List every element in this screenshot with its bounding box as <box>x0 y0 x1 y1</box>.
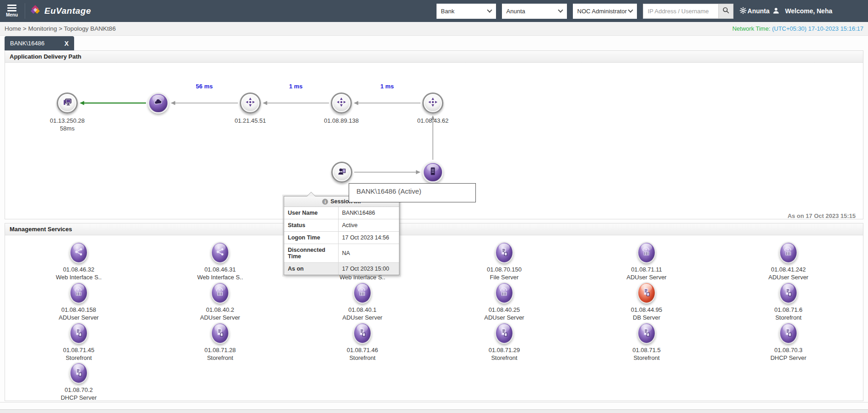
service-label: 01.08.46.32Web Interface S.. <box>56 266 102 281</box>
topo-node-delivery-server[interactable] <box>422 162 443 183</box>
chevron-down-icon <box>487 7 492 12</box>
service-node[interactable]: 01.08.71.45Storefront <box>28 322 129 362</box>
web-interface-icon <box>70 242 88 263</box>
router-icon <box>428 97 438 109</box>
topo-node-session[interactable] <box>331 162 352 183</box>
service-node[interactable]: 01.08.40.2ADUser Server <box>170 282 270 321</box>
aduser-server-icon <box>211 282 229 304</box>
aduser-server-icon <box>353 282 372 304</box>
service-node[interactable]: 01.08.40.158ADUser Server <box>28 282 129 321</box>
entity-select-value: Bank <box>441 8 455 15</box>
db-server-icon <box>637 282 656 304</box>
service-node[interactable]: 01.08.41.242ADUser Server <box>738 242 839 281</box>
network-time-label: Network Time: <box>732 25 770 32</box>
service-label: 01.08.71.6Storefront <box>774 306 802 321</box>
service-label: 01.08.40.158ADUser Server <box>59 306 98 321</box>
close-icon[interactable]: X <box>65 40 69 47</box>
desktop-icon <box>62 97 72 109</box>
service-label: 01.08.40.1ADUser Server <box>342 306 382 321</box>
service-node[interactable]: 01.08.71.5Storefront <box>596 322 697 362</box>
topo-node-label: 01.13.250.2858ms <box>26 117 108 132</box>
service-label: 01.08.70.2DHCP Server <box>61 386 97 402</box>
aduser-server-icon <box>637 242 656 263</box>
service-node[interactable]: 01.08.70.2DHCP Server <box>28 362 129 402</box>
service-node[interactable]: 01.08.46.32Web Interface S.. <box>28 242 129 281</box>
service-node[interactable]: 01.08.70.150File Server <box>454 242 555 281</box>
service-label: 01.08.70.3DHCP Server <box>771 346 807 362</box>
session-info-tooltip: i Session Inf User NameBANK\16486StatusA… <box>284 196 399 275</box>
topo-node-client[interactable] <box>57 92 78 114</box>
network-time-value: (UTC+05:30) 17-10-2023 15:16:17 <box>772 25 863 32</box>
storefront-icon <box>70 322 88 344</box>
link-latency-label: 1 ms <box>289 83 303 90</box>
service-label: 01.08.41.242ADUser Server <box>768 266 808 281</box>
tooltip-caret <box>307 192 315 196</box>
org-settings[interactable]: Anunta <box>739 7 770 16</box>
org-name: Anunta <box>748 7 770 15</box>
service-label: 01.08.40.25ADUser Server <box>484 306 524 321</box>
top-bar: Menu EuVantage Bank Anunta <box>0 0 868 22</box>
tab-label: BANK\16486 <box>10 40 44 47</box>
session-info-row: Disconnected TimeNA <box>284 244 399 263</box>
magnifier-icon <box>722 6 730 16</box>
service-label: 01.08.70.150File Server <box>487 266 522 281</box>
storefront-icon <box>779 282 798 304</box>
service-node[interactable]: 01.08.71.46Storefront <box>312 322 413 362</box>
topo-node-router-2[interactable] <box>331 92 352 114</box>
service-node[interactable]: 01.08.71.6Storefront <box>738 282 839 321</box>
dhcp-server-icon <box>779 322 798 344</box>
session-info-row: User NameBANK\16486 <box>284 207 399 219</box>
file-server-icon <box>495 242 513 263</box>
aduser-server-icon <box>495 282 513 304</box>
chevron-down-icon <box>558 7 563 12</box>
menu-label: Menu <box>6 12 18 17</box>
tab-bank-16486[interactable]: BANK\16486 X <box>5 36 74 50</box>
aduser-server-icon <box>70 282 88 304</box>
service-node[interactable]: 01.08.71.28Storefront <box>170 322 270 362</box>
topo-node-label: 01.08.89.138 <box>300 117 383 125</box>
brand-gem-icon <box>30 5 41 17</box>
info-icon: i <box>322 199 328 205</box>
web-interface-icon <box>211 242 229 263</box>
search-button[interactable] <box>719 4 733 19</box>
session-info-table: User NameBANK\16486StatusActiveLogon Tim… <box>284 207 399 275</box>
session-info-row: As on17 Oct 2023 15:00 <box>284 263 399 275</box>
service-node[interactable]: 01.08.44.95DB Server <box>596 282 697 321</box>
router-icon <box>336 97 346 109</box>
server-icon <box>428 166 438 178</box>
storefront-icon <box>211 322 229 344</box>
cloud-icon <box>153 97 163 109</box>
service-node[interactable]: 01.08.40.25ADUser Server <box>454 282 555 321</box>
service-label: 01.08.71.5Storefront <box>632 346 660 362</box>
role-select[interactable]: NOC Administrator <box>573 4 637 19</box>
topo-node-cloud[interactable] <box>148 92 169 114</box>
storefront-icon <box>637 322 656 344</box>
as-on-timestamp: As on 17 Oct 2023 15:15 <box>787 212 856 219</box>
service-label: 01.08.71.11ADUser Server <box>626 266 666 281</box>
service-node[interactable]: 01.08.71.29Storefront <box>454 322 555 362</box>
topo-node-router-3[interactable] <box>422 92 443 114</box>
adp-title: Application Delivery Path <box>5 51 863 63</box>
service-label: 01.08.46.31Web Interface S.. <box>197 266 243 281</box>
service-node[interactable]: 01.08.40.1ADUser Server <box>312 282 413 321</box>
brand-logo[interactable]: EuVantage <box>30 5 91 17</box>
topo-node-label: 01.21.45.51 <box>209 117 291 125</box>
person-icon[interactable] <box>772 7 780 16</box>
session-info-row: StatusActive <box>284 219 399 232</box>
service-label: 01.08.44.95DB Server <box>631 306 663 321</box>
topo-node-router-1[interactable] <box>240 92 261 114</box>
service-label: 01.08.71.45Storefront <box>63 346 95 362</box>
service-node[interactable]: 01.08.70.3DHCP Server <box>738 322 839 362</box>
account-area: Anunta Welcome, Neha <box>739 7 832 16</box>
hamburger-icon <box>7 5 16 11</box>
user-session-icon <box>337 166 347 178</box>
entity-select[interactable]: Bank <box>437 4 496 19</box>
search-input[interactable] <box>643 4 719 19</box>
service-node[interactable]: 01.08.46.31Web Interface S.. <box>170 242 270 281</box>
breadcrumb[interactable]: Home > Monitoring > Topology BANKt86 <box>5 25 116 32</box>
service-label: 01.08.40.2ADUser Server <box>200 306 240 321</box>
service-node[interactable]: 01.08.71.11ADUser Server <box>596 242 697 281</box>
session-info-row: Logon Time17 Oct 2023 14:56 <box>284 232 399 244</box>
org-select[interactable]: Anunta <box>502 4 567 19</box>
menu-button[interactable]: Menu <box>0 0 24 22</box>
